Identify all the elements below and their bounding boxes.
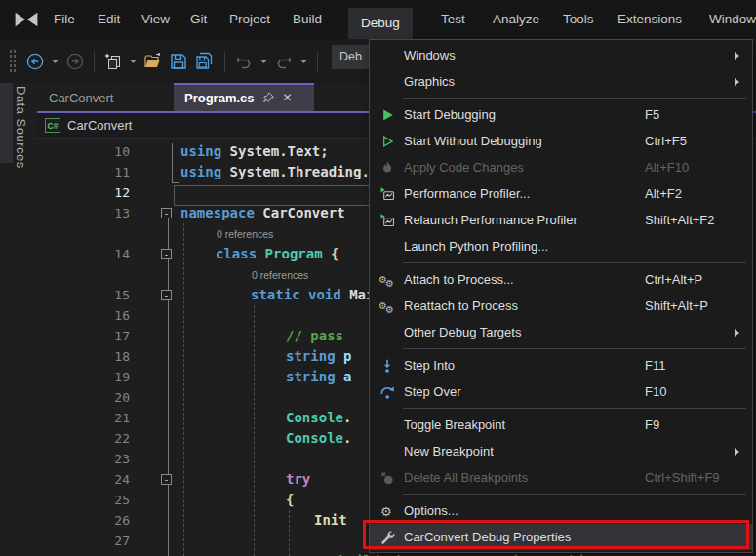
dropdown-icon[interactable] <box>129 59 138 64</box>
code-text: string p <box>286 346 351 367</box>
side-panel-strip <box>0 83 13 163</box>
collapse-region-icon[interactable]: - <box>161 249 172 259</box>
submenu-arrow-icon <box>735 78 739 86</box>
menu-git[interactable]: Git <box>190 0 207 39</box>
solution-config-label: Deb <box>339 50 362 63</box>
menu-item-apply-code-changes[interactable]: Apply Code ChangesAlt+F10 <box>370 154 752 180</box>
menu-item-label: Start Without Debugging <box>404 134 645 148</box>
menu-item-shortcut: Shift+Alt+F2 <box>645 213 735 227</box>
tab-carconvert[interactable]: CarConvert <box>39 85 142 111</box>
code-text: class Program { <box>216 244 338 264</box>
code-text: Console. <box>286 428 351 449</box>
menu-build[interactable]: Build <box>293 0 322 39</box>
data-sources-tab[interactable]: Data Sources <box>14 86 28 169</box>
menu-item-shortcut: F11 <box>645 358 735 373</box>
collapse-region-icon[interactable]: - <box>161 474 172 485</box>
collapse-region-icon[interactable]: - <box>161 208 172 218</box>
menu-item-step-over[interactable]: Step OverF10 <box>370 378 752 405</box>
menu-project[interactable]: Project <box>229 0 270 39</box>
code-text: try <box>286 469 310 490</box>
menu-item-delete-all-breakpoints[interactable]: Delete All BreakpointsCtrl+Shift+F9 <box>370 464 752 491</box>
menu-separator <box>403 348 746 349</box>
pin-icon[interactable] <box>262 92 275 104</box>
redo-icon[interactable] <box>274 53 294 70</box>
menu-item-label: Delete All Breakpoints <box>404 470 645 485</box>
dropdown-icon[interactable] <box>259 59 268 64</box>
relaunch-performance-profiler-icon <box>370 213 404 228</box>
line-number: 11 <box>88 162 130 182</box>
save-icon[interactable] <box>169 52 188 71</box>
reattach-to-process-icon: ⚙⚙ <box>370 298 404 314</box>
save-all-icon[interactable] <box>194 52 216 71</box>
debug-menu: WindowsGraphicsStart DebuggingF5Start Wi… <box>369 39 753 553</box>
menu-analyze[interactable]: Analyze <box>493 0 539 39</box>
menu-extensions[interactable]: Extensions <box>617 0 682 39</box>
dropdown-icon[interactable] <box>299 59 308 64</box>
menu-item-graphics[interactable]: Graphics <box>370 68 752 95</box>
line-number: 14 <box>88 244 130 264</box>
menu-item-windows[interactable]: Windows <box>370 42 752 68</box>
code-text: Init <box>314 510 347 531</box>
menu-item-attach-to-process[interactable]: ⚙⚙Attach to Process...Ctrl+Alt+P <box>370 266 752 293</box>
menu-separator <box>403 262 746 263</box>
line-number: 26 <box>88 510 130 531</box>
line-number: 28 <box>88 551 130 556</box>
forward-icon[interactable] <box>65 52 85 71</box>
code-text: // pass <box>286 326 343 346</box>
toolbar-separator <box>224 51 225 72</box>
menu-item-step-into[interactable]: Step IntoF11 <box>370 352 752 378</box>
visual-studio-logo <box>12 7 41 32</box>
undo-icon[interactable] <box>234 53 254 70</box>
menu-item-new-breakpoint[interactable]: New Breakpoint <box>370 438 752 464</box>
menu-item-label: Step Into <box>404 358 645 373</box>
menu-item-start-without-debugging[interactable]: Start Without DebuggingCtrl+F5 <box>370 128 752 154</box>
line-number: 27 <box>88 531 130 551</box>
menu-item-toggle-breakpoint[interactable]: Toggle BreakpointF9 <box>370 412 752 438</box>
menu-item-other-debug-targets[interactable]: Other Debug Targets <box>370 319 752 345</box>
back-icon[interactable] <box>25 52 45 71</box>
line-number: 20 <box>88 387 130 408</box>
line-number: 13 <box>88 203 130 223</box>
line-number: 15 <box>88 285 130 305</box>
menu-item-launch-python-profiling[interactable]: Launch Python Profiling... <box>370 233 752 259</box>
menu-item-label: Reattach to Process <box>404 298 645 313</box>
menu-item-label: Attach to Process... <box>404 272 645 287</box>
menu-edit[interactable]: Edit <box>98 0 120 39</box>
grip-icon[interactable] <box>9 49 20 74</box>
apply-code-changes-icon <box>370 160 404 176</box>
menu-item-relaunch-performance-profiler[interactable]: Relaunch Performance ProfilerShift+Alt+F… <box>370 207 752 233</box>
menu-item-performance-profiler[interactable]: Performance Profiler...Alt+F2 <box>370 180 752 207</box>
menu-debug[interactable]: Debug <box>348 8 413 39</box>
start-without-debugging-icon <box>370 134 404 149</box>
menu-file[interactable]: File <box>54 0 75 39</box>
line-number: 22 <box>88 428 130 449</box>
menu-item-shortcut: Shift+Alt+P <box>645 298 735 313</box>
menu-view[interactable]: View <box>141 0 170 39</box>
svg-text:⚙: ⚙ <box>380 504 392 519</box>
collapse-region-icon[interactable]: - <box>161 290 172 300</box>
performance-profiler-icon <box>370 186 404 202</box>
menu-tools[interactable]: Tools <box>563 0 594 39</box>
svg-text:⚙: ⚙ <box>385 278 394 288</box>
open-folder-icon[interactable] <box>143 52 163 71</box>
visual-studio-window: FileEditViewGitProjectBuildDebugTestAnal… <box>0 0 756 556</box>
tab-program-cs[interactable]: Program.cs✕ <box>174 83 314 111</box>
line-number: 18 <box>88 346 130 367</box>
step-over-icon <box>370 384 404 400</box>
toolbar-separator <box>94 51 95 72</box>
menu-window[interactable]: Window <box>709 0 756 39</box>
menu-item-shortcut: Ctrl+Shift+F9 <box>645 470 735 485</box>
close-icon[interactable]: ✕ <box>283 85 293 111</box>
start-debugging-icon <box>370 107 404 123</box>
breadcrumb-project[interactable]: CarConvert <box>67 118 132 133</box>
new-project-icon[interactable] <box>103 52 123 71</box>
dropdown-icon[interactable] <box>51 59 60 64</box>
menu-bar: FileEditViewGitProjectBuildDebugTestAnal… <box>0 0 756 39</box>
code-text: using System.Text; <box>180 141 329 162</box>
line-number: 10 <box>88 141 130 162</box>
step-into-icon <box>370 358 404 374</box>
menu-item-label: Other Debug Targets <box>404 325 645 339</box>
menu-item-reattach-to-process[interactable]: ⚙⚙Reattach to ProcessShift+Alt+P <box>370 293 752 319</box>
menu-test[interactable]: Test <box>441 0 465 39</box>
menu-item-start-debugging[interactable]: Start DebuggingF5 <box>370 101 752 128</box>
